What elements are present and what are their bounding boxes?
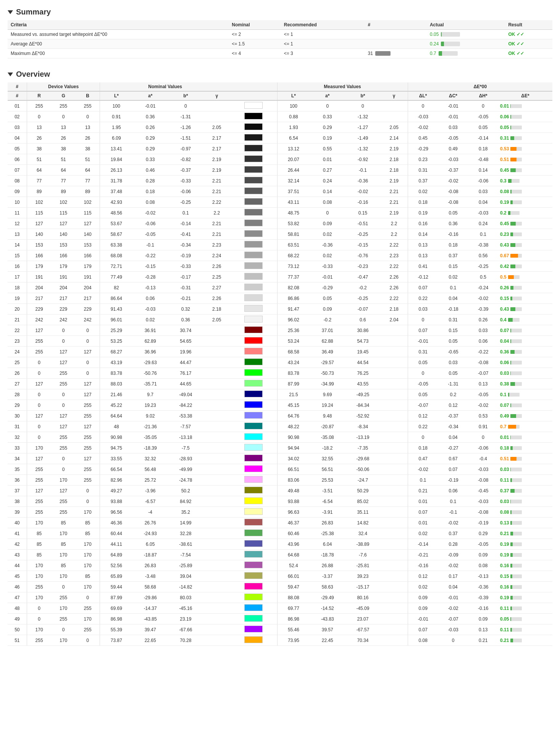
table-row: 1921721721786.640.06-0.212.2686.860.05-0… — [8, 293, 552, 304]
color-swatch — [244, 337, 263, 344]
table-row: 1719119119177.49-0.28-0.172.2577.37-0.01… — [8, 272, 552, 282]
table-row: 250127043.19-29.6344.4743.24-29.5744.540… — [8, 357, 552, 368]
color-swatch — [244, 529, 263, 536]
color-swatch — [244, 166, 263, 173]
color-swatch — [244, 519, 263, 526]
color-swatch — [244, 284, 263, 290]
table-row: 2712725512788.03-35.7144.6587.99-34.9943… — [8, 379, 552, 389]
table-row: 41851708560.44-24.9332.2860.46-25.3832.4… — [8, 528, 552, 539]
table-row: 280012721.469.7-49.0421.59.69-49.250.050… — [8, 389, 552, 400]
summary-table: CriteriaNominalRecommended#ActualResult … — [8, 20, 552, 58]
table-row: 3925525517096.56-435.296.63-3.9135.110.0… — [8, 507, 552, 518]
color-swatch — [244, 508, 263, 515]
color-swatch — [244, 583, 263, 590]
color-swatch — [244, 380, 263, 387]
color-swatch — [244, 561, 263, 568]
table-row: 1617917917972.71-0.15-0.332.2673.12-0.33… — [8, 261, 552, 272]
table-row: 50170025555.3939.47-67.6655.4639.57-67.5… — [8, 624, 552, 635]
color-swatch — [244, 433, 263, 440]
overview-sub-header-row: # R G B L* a* b* γ L* a* b* γ ΔL* ΔC* ΔH… — [8, 91, 552, 100]
color-swatch — [244, 423, 263, 429]
color-swatch — [244, 230, 263, 237]
table-row: 1516616616668.08-0.22-0.192.2468.220.02-… — [8, 250, 552, 261]
table-row: 48017025569.69-14.37-45.1669.77-14.52-45… — [8, 603, 552, 614]
color-swatch — [244, 401, 263, 408]
color-swatch — [244, 604, 263, 611]
color-swatch — [244, 252, 263, 258]
color-swatch — [244, 444, 263, 451]
color-swatch — [244, 123, 263, 130]
table-row: 40170858546.3626.7614.9946.3726.8314.820… — [8, 518, 552, 528]
table-row: 01255255255100-0.010100000-0.0100.01 — [8, 100, 552, 111]
summary-section: Summary CriteriaNominalRecommended#Actua… — [8, 8, 552, 58]
table-row: 451701708565.89-3.4839.0466.01-3.3739.23… — [8, 571, 552, 582]
table-row: 31012712748-21.36-7.5748.22-20.87-8.340.… — [8, 421, 552, 432]
color-swatch — [244, 369, 263, 376]
color-swatch — [244, 262, 263, 269]
color-swatch — [244, 209, 263, 216]
table-row: 51255170073.8722.6570.2873.9522.4570.340… — [8, 635, 552, 646]
color-swatch — [244, 636, 263, 643]
color-swatch — [244, 326, 263, 333]
table-row: 37127127049.27-3.9650.249.48-3.5150.290.… — [8, 485, 552, 496]
color-swatch — [244, 113, 263, 119]
table-row: 34127012733.5532.32-28.9334.0232.55-29.6… — [8, 453, 552, 464]
table-row: 0989898937.480.18-0.062.2137.510.14-0.02… — [8, 186, 552, 197]
table-row: 221270025.2936.9130.7425.3637.0130.860.0… — [8, 325, 552, 336]
table-row: 3625517025582.9625.72-24.7883.0625.53-24… — [8, 475, 552, 485]
table-row: 042626266.090.29-1.512.176.540.19-1.492.… — [8, 133, 552, 144]
color-swatch — [244, 540, 263, 547]
color-swatch — [244, 476, 263, 483]
color-swatch — [244, 273, 263, 280]
table-row: 1314014014058.67-0.05-0.412.2158.810.02-… — [8, 229, 552, 240]
table-row: 2425512712768.2736.9619.9668.5836.4919.4… — [8, 347, 552, 357]
color-swatch — [244, 102, 263, 109]
summary-header-row: CriteriaNominalRecommended#ActualResult — [8, 20, 552, 30]
table-row: 35255025566.5456.48-49.9966.5156.51-50.0… — [8, 464, 552, 475]
color-swatch — [244, 594, 263, 600]
table-row: 1212712712753.67-0.06-0.142.2153.820.09-… — [8, 218, 552, 229]
summary-body: Measured vs. assumed target whitepoint Δ… — [8, 30, 552, 58]
table-row: 32025525590.98-35.05-13.1890.98-35.08-13… — [8, 432, 552, 443]
overview-section: Overview # Device Values Nominal Values … — [8, 70, 552, 646]
table-row: 260255083.78-50.7676.1783.78-50.7376.250… — [8, 368, 552, 379]
color-swatch — [244, 305, 263, 312]
table-row: 1415315315363.38-0.1-0.342.2363.51-0.36-… — [8, 240, 552, 250]
table-row: 020000.910.36-1.310.880.33-1.32-0.03-0.0… — [8, 111, 552, 122]
color-swatch — [244, 241, 263, 248]
summary-title: Summary — [8, 8, 552, 16]
table-row: 0538383813.410.29-0.972.1713.120.55-1.32… — [8, 144, 552, 154]
table-row: 46255017059.4458.68-14.8259.4758.63-15.1… — [8, 582, 552, 592]
summary-triangle — [8, 10, 13, 14]
color-swatch — [244, 390, 263, 397]
overview-body: 01255255255100-0.010100000-0.0100.010200… — [8, 100, 552, 646]
color-swatch — [244, 412, 263, 419]
overview-triangle — [8, 73, 13, 76]
table-row: 2022922922991.43-0.030.322.1891.470.09-0… — [8, 304, 552, 315]
color-swatch — [244, 316, 263, 323]
overview-group-header-row: # Device Values Nominal Values Measured … — [8, 82, 552, 91]
color-swatch — [244, 465, 263, 472]
color-swatch — [244, 177, 263, 184]
color-swatch — [244, 219, 263, 226]
color-swatch — [244, 358, 263, 365]
color-swatch — [244, 145, 263, 152]
table-row: 438517017064.89-18.87-7.5464.68-18.78-7.… — [8, 550, 552, 560]
color-swatch — [244, 626, 263, 632]
summary-row: Average ΔE*00<= 1.5<= 10.24OK ✓✓ — [8, 39, 552, 49]
table-row: 1010210210242.930.08-0.252.2243.110.08-0… — [8, 197, 552, 208]
color-swatch — [244, 187, 263, 194]
table-row: 031313131.950.26-1.262.051.930.29-1.272.… — [8, 122, 552, 133]
color-swatch — [244, 497, 263, 504]
color-swatch — [244, 155, 263, 162]
color-swatch — [244, 134, 263, 141]
table-row: 0877777731.780.28-0.332.2132.140.24-0.36… — [8, 176, 552, 186]
table-row: 0651515119.840.33-0.822.1920.070.01-0.92… — [8, 154, 552, 165]
color-swatch — [244, 551, 263, 558]
table-row: 38255255093.88-6.5784.9293.88-6.5485.020… — [8, 496, 552, 507]
color-swatch — [244, 455, 263, 461]
table-row: 3012712725564.649.02-53.3864.769.48-52.9… — [8, 411, 552, 421]
table-row: 0764646426.130.46-0.372.1926.440.27-0.12… — [8, 165, 552, 176]
color-swatch — [244, 198, 263, 205]
summary-row: Measured vs. assumed target whitepoint Δ… — [8, 30, 552, 39]
